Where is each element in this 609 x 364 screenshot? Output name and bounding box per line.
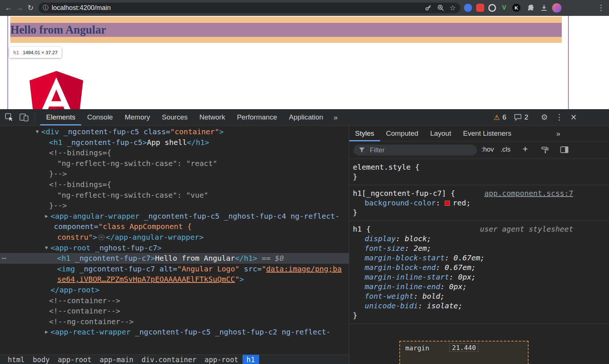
- devtools-tab-memory[interactable]: Memory: [119, 109, 156, 125]
- style-rule[interactable]: h1[_ngcontent-fup-c7] {app.component.scs…: [349, 185, 609, 221]
- property-name[interactable]: margin-block-start: [365, 253, 445, 262]
- tree-node[interactable]: }-->: [0, 169, 349, 179]
- issues-badge[interactable]: 2: [514, 113, 529, 121]
- element-classes-button[interactable]: .cls: [500, 146, 510, 153]
- property-name[interactable]: margin-inline-start: [365, 273, 449, 281]
- property-value[interactable]: 0px: [458, 273, 471, 281]
- property-value[interactable]: block: [405, 234, 427, 243]
- breadcrumb-app-main[interactable]: app-main: [96, 355, 138, 364]
- tree-node[interactable]: <!--bindings={: [0, 148, 349, 158]
- devtools-close-icon[interactable]: ×: [571, 114, 577, 121]
- property-name[interactable]: font-size: [365, 244, 405, 253]
- style-declaration[interactable]: margin-block-end: 0.67em;: [353, 263, 609, 272]
- warnings-badge[interactable]: ⚠ 6: [493, 113, 506, 122]
- toggle-element-state-button[interactable]: :hov: [481, 146, 494, 153]
- tree-node[interactable]: constru">⋯</app-angular-wrapper>: [0, 232, 349, 243]
- tree-node[interactable]: <!--container-->: [0, 306, 349, 316]
- extension-icon-k[interactable]: K: [512, 4, 520, 12]
- property-value[interactable]: isolate: [427, 301, 458, 310]
- expand-arrow-icon[interactable]: ▼: [34, 126, 41, 137]
- rule-selector[interactable]: element.style {: [353, 162, 609, 172]
- computed-sidebar-toggle-icon[interactable]: [560, 146, 568, 155]
- extension-icon-red[interactable]: [476, 4, 484, 12]
- color-swatch[interactable]: [445, 201, 450, 206]
- property-name[interactable]: display: [365, 234, 396, 243]
- styles-tab-event-listeners[interactable]: Event Listeners: [457, 126, 517, 141]
- style-declaration[interactable]: margin-inline-start: 0px;: [353, 272, 609, 282]
- style-declaration[interactable]: font-size: 2em;: [353, 243, 609, 253]
- tree-node[interactable]: <h1 _ngcontent-fup-c5>App shell</h1>: [0, 137, 349, 148]
- tree-node[interactable]: <!--ng-container-->: [0, 316, 349, 327]
- extension-icon-blue[interactable]: [464, 4, 472, 12]
- property-value[interactable]: 0.67em: [454, 253, 480, 262]
- devtools-tab-console[interactable]: Console: [81, 109, 119, 125]
- stylesheet-source-link[interactable]: app.component.scss:7: [484, 188, 573, 198]
- styles-filter-input[interactable]: [354, 145, 477, 156]
- property-value[interactable]: red: [453, 198, 466, 207]
- style-declaration[interactable]: background-color: red;: [353, 198, 609, 208]
- breadcrumb-div-container[interactable]: div.container: [138, 355, 201, 364]
- tree-node[interactable]: se64,iVBOR…ZPZmSvHpA7pEOAAAAAElFTkSuQmCC…: [0, 274, 349, 285]
- tree-node[interactable]: ▼<app-root _nghost-fup-c7>: [0, 243, 349, 253]
- tree-node[interactable]: <!--container-->: [0, 295, 349, 306]
- collapse-arrow-icon[interactable]: ▶: [43, 327, 50, 337]
- bookmark-star-icon[interactable]: ☆: [450, 4, 456, 12]
- devtools-tab-elements[interactable]: Elements: [40, 109, 81, 125]
- tree-node[interactable]: }-->: [0, 200, 349, 211]
- tree-node-selected[interactable]: ⋯<h1 _ngcontent-fup-c7>Hello from Angula…: [0, 253, 349, 264]
- property-name[interactable]: background-color: [365, 198, 436, 207]
- collapse-arrow-icon[interactable]: ▶: [43, 211, 50, 222]
- new-style-rule-button[interactable]: +: [523, 144, 528, 154]
- style-declaration[interactable]: display: block;: [353, 234, 609, 243]
- node-menu-icon[interactable]: ⋯: [2, 253, 6, 264]
- more-tabs-icon[interactable]: »: [329, 113, 342, 122]
- style-rule[interactable]: element.style {}: [349, 159, 609, 185]
- reload-button[interactable]: ↻: [25, 3, 36, 12]
- property-value[interactable]: 2em: [413, 244, 427, 253]
- profile-avatar[interactable]: [552, 3, 562, 13]
- style-declaration[interactable]: margin-inline-end: 0px;: [353, 282, 609, 291]
- inspect-element-icon[interactable]: [4, 112, 14, 122]
- property-name[interactable]: unicode-bidi: [365, 301, 418, 310]
- styles-tab-computed[interactable]: Computed: [380, 126, 424, 141]
- devtools-tab-sources[interactable]: Sources: [156, 109, 194, 125]
- tree-node[interactable]: <img _ngcontent-fup-c7 alt="Angular Logo…: [0, 264, 349, 274]
- password-key-icon[interactable]: [424, 4, 432, 11]
- property-value[interactable]: 0.67em: [445, 263, 471, 272]
- box-model-margin-value[interactable]: 21.440: [449, 343, 478, 352]
- site-info-icon[interactable]: ⓘ: [43, 4, 49, 12]
- property-name[interactable]: font-weight: [365, 292, 413, 301]
- style-declaration[interactable]: font-weight: bold;: [353, 291, 609, 301]
- styles-tab-layout[interactable]: Layout: [424, 126, 457, 141]
- expand-arrow-icon[interactable]: ▼: [43, 243, 50, 253]
- tree-node[interactable]: ▼<div _ngcontent-fup-c5 class="container…: [0, 126, 349, 137]
- back-button[interactable]: ←: [3, 4, 14, 12]
- device-toolbar-icon[interactable]: [19, 113, 29, 122]
- extension-icon-ring[interactable]: [488, 4, 496, 12]
- tree-node[interactable]: ▶<app-angular-wrapper _ngcontent-fup-c5 …: [0, 211, 349, 222]
- property-value[interactable]: bold: [423, 292, 440, 301]
- devtools-tab-performance[interactable]: Performance: [231, 109, 283, 125]
- tree-node[interactable]: component="class AppComponent {: [0, 221, 349, 232]
- forward-button[interactable]: →: [14, 4, 25, 12]
- breadcrumb-app-root[interactable]: app-root: [54, 355, 96, 364]
- extensions-puzzle-icon[interactable]: [524, 4, 536, 12]
- styles-more-tabs-icon[interactable]: »: [552, 126, 565, 141]
- zoom-icon[interactable]: [437, 4, 444, 11]
- box-model-preview[interactable]: margin 21.440: [399, 341, 529, 364]
- rendering-emulation-icon[interactable]: [541, 146, 549, 155]
- property-name[interactable]: margin-block-end: [365, 263, 436, 272]
- styles-tab-styles[interactable]: Styles: [349, 126, 380, 141]
- breadcrumb-app-root[interactable]: app-root: [200, 355, 242, 364]
- breadcrumb-body[interactable]: body: [29, 355, 54, 364]
- style-rule[interactable]: h1 {user agent stylesheetdisplay: block;…: [349, 221, 609, 324]
- style-declaration[interactable]: margin-block-start: 0.67em;: [353, 253, 609, 263]
- browser-menu-icon[interactable]: ⋮: [597, 3, 605, 12]
- breadcrumb-h1[interactable]: h1: [242, 355, 259, 364]
- downloads-icon[interactable]: [539, 4, 550, 11]
- devtools-tab-application[interactable]: Application: [283, 109, 329, 125]
- style-declaration[interactable]: unicode-bidi: isolate;: [353, 301, 609, 311]
- tree-node[interactable]: </app-root>: [0, 285, 349, 295]
- tree-node[interactable]: <!--bindings={: [0, 179, 349, 190]
- extension-icon-v[interactable]: V: [500, 4, 508, 12]
